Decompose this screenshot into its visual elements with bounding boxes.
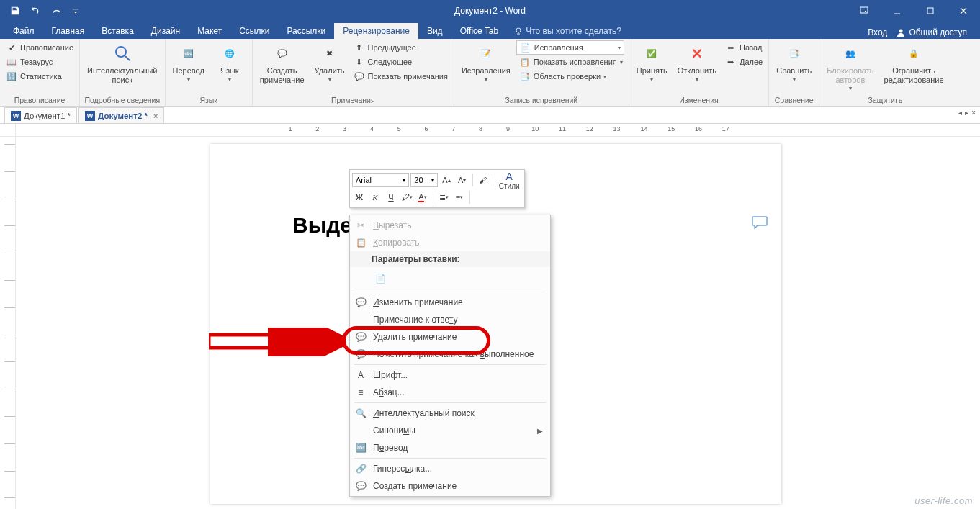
close-tab-icon[interactable]: × bbox=[153, 112, 158, 120]
ctx-edit-comment[interactable]: 💬Изменить примечание bbox=[350, 294, 550, 311]
compare-button[interactable]: 📑Сравнить▾ bbox=[772, 40, 816, 84]
customize-qat-icon[interactable] bbox=[66, 1, 85, 20]
ruler-horizontal[interactable]: 1234567891011121314151617 bbox=[0, 124, 980, 137]
ctx-mark-done[interactable]: 💬Пометить примечание как выполненное bbox=[350, 346, 550, 363]
mini-underline-button[interactable]: Ч bbox=[384, 190, 398, 204]
language-button[interactable]: 🌐 Язык▾ bbox=[210, 40, 249, 84]
mini-highlight-button[interactable]: 🖍▾ bbox=[400, 190, 414, 204]
mark-done-icon: 💬 bbox=[354, 348, 367, 361]
tell-me-search[interactable]: Что вы хотите сделать? bbox=[507, 23, 629, 39]
doctab-document2[interactable]: W Документ2 * × bbox=[78, 107, 164, 123]
ctx-delete-comment[interactable]: 💬Удалить примечание bbox=[350, 328, 550, 346]
grow-font-icon[interactable]: A▴ bbox=[439, 173, 454, 187]
delete-comment-icon: ✖ bbox=[318, 42, 341, 65]
minimize-button[interactable] bbox=[881, 0, 914, 22]
new-comment-icon: 💬 bbox=[271, 42, 294, 65]
tab-home[interactable]: Главная bbox=[43, 23, 94, 39]
mini-font-combo[interactable]: Arial▾ bbox=[352, 173, 409, 187]
thesaurus-icon: 📖 bbox=[6, 56, 17, 68]
reject-icon: ❌ bbox=[685, 42, 709, 65]
tab-mailings[interactable]: Рассылки bbox=[278, 23, 334, 39]
tab-design[interactable]: Дизайн bbox=[143, 23, 189, 39]
tab-review[interactable]: Рецензирование bbox=[334, 23, 418, 39]
tab-view[interactable]: Вид bbox=[418, 23, 451, 39]
comment-marker-icon[interactable] bbox=[752, 216, 768, 229]
ctx-hyperlink[interactable]: 🔗Гиперссылка... bbox=[350, 460, 550, 477]
maximize-button[interactable] bbox=[914, 0, 947, 22]
mini-numbering-button[interactable]: ≡▾ bbox=[452, 190, 467, 204]
tab-file[interactable]: Файл bbox=[4, 23, 43, 39]
undo-icon[interactable] bbox=[26, 1, 45, 20]
show-comments-button[interactable]: 💬Показать примечания bbox=[351, 69, 451, 84]
thesaurus-button[interactable]: 📖Тезаурус bbox=[3, 55, 76, 69]
restrict-icon: 🔒 bbox=[902, 42, 925, 65]
sign-in[interactable]: Вход bbox=[868, 27, 887, 37]
ctx-reply-comment[interactable]: Примечание к ответу bbox=[350, 311, 550, 328]
svg-rect-1 bbox=[927, 8, 933, 14]
ribbon-group-comments: 💬 Создать примечание ✖ Удалить▾ ⬆Предыду… bbox=[253, 39, 454, 106]
block-authors-button[interactable]: 👥Блокировать авторов▾ bbox=[822, 40, 878, 93]
tab-nav-left-icon[interactable]: ◂ bbox=[958, 109, 962, 117]
ctx-copy[interactable]: 📋Копировать bbox=[350, 234, 550, 251]
reject-button[interactable]: ❌Отклонить▾ bbox=[673, 40, 721, 84]
close-button[interactable] bbox=[947, 0, 980, 22]
delete-comment-button[interactable]: ✖ Удалить▾ bbox=[310, 40, 349, 84]
show-comments-icon: 💬 bbox=[354, 71, 365, 82]
new-comment-button[interactable]: 💬 Создать примечание bbox=[256, 40, 309, 86]
ctx-new-comment[interactable]: 💬Создать примечание bbox=[350, 477, 550, 495]
ruler-corner bbox=[0, 124, 16, 136]
ribbon-group-language: 🔤 Перевод▾ 🌐 Язык▾ Язык bbox=[166, 39, 253, 106]
display-for-review-combo[interactable]: 📄Исправления▾ bbox=[516, 40, 624, 55]
translate-button[interactable]: 🔤 Перевод▾ bbox=[168, 40, 209, 84]
tab-close-all-icon[interactable]: × bbox=[971, 109, 976, 117]
redo-icon[interactable] bbox=[46, 1, 65, 20]
format-painter-icon[interactable]: 🖌 bbox=[476, 173, 490, 187]
ribbon-group-tracking: 📝 Исправления▾ 📄Исправления▾ 📋Показать и… bbox=[454, 39, 629, 106]
mini-size-combo[interactable]: 20▾ bbox=[410, 173, 438, 187]
ctx-cut[interactable]: ✂Вырезать bbox=[350, 217, 550, 234]
tab-references[interactable]: Ссылки bbox=[230, 23, 278, 39]
mini-italic-button[interactable]: К bbox=[368, 190, 382, 204]
wordcount-button[interactable]: 🔢Статистика bbox=[3, 69, 76, 84]
spelling-button[interactable]: ✔Правописание bbox=[3, 40, 76, 55]
show-markup-button[interactable]: 📋Показать исправления▾ bbox=[516, 55, 626, 69]
smart-lookup-button[interactable]: Интеллектуальный поиск bbox=[83, 40, 161, 86]
save-icon[interactable] bbox=[6, 1, 24, 20]
paste-keep-source-icon[interactable]: 📄 bbox=[372, 270, 389, 287]
accept-button[interactable]: ✅Принять▾ bbox=[632, 40, 672, 84]
mini-bold-button[interactable]: Ж bbox=[352, 190, 367, 204]
doctab-document1[interactable]: W Документ1 * bbox=[4, 107, 77, 123]
mini-bullets-button[interactable]: ≣▾ bbox=[436, 190, 451, 204]
word-file-icon: W bbox=[85, 111, 95, 121]
ctx-translate[interactable]: 🔤Перевод bbox=[350, 439, 550, 456]
tab-office-tab[interactable]: Office Tab bbox=[451, 23, 508, 39]
restrict-editing-button[interactable]: 🔒Ограничить редактирование bbox=[880, 40, 948, 86]
share-button[interactable]: Общий доступ bbox=[891, 26, 971, 39]
mini-styles-button[interactable]: AСтили bbox=[496, 171, 522, 190]
next-change-button[interactable]: ➡Далее bbox=[722, 55, 765, 69]
mini-font-color-button[interactable]: A▾ bbox=[415, 190, 430, 204]
group-label-changes: Изменения bbox=[632, 95, 765, 106]
previous-change-button[interactable]: ⬅Назад bbox=[722, 40, 765, 55]
markup-icon: 📋 bbox=[519, 56, 531, 68]
person-icon bbox=[896, 27, 906, 37]
ctx-paragraph[interactable]: ≡Абзац... bbox=[350, 384, 550, 401]
hyperlink-icon: 🔗 bbox=[354, 462, 367, 475]
reviewing-pane-button[interactable]: 📑Область проверки▾ bbox=[516, 69, 626, 84]
back-icon: ⬅ bbox=[725, 42, 737, 53]
track-changes-button[interactable]: 📝 Исправления▾ bbox=[457, 40, 515, 84]
accept-icon: ✅ bbox=[640, 42, 663, 65]
ctx-smart-lookup[interactable]: 🔍Интеллектуальный поиск bbox=[350, 405, 550, 422]
shrink-font-icon[interactable]: A▾ bbox=[455, 173, 469, 187]
ruler-vertical[interactable] bbox=[0, 137, 16, 509]
ctx-font[interactable]: AШрифт... bbox=[350, 366, 550, 384]
ribbon-options-icon[interactable] bbox=[848, 0, 881, 22]
previous-comment-button[interactable]: ⬆Предыдущее bbox=[351, 40, 451, 55]
tab-layout[interactable]: Макет bbox=[189, 23, 230, 39]
next-comment-button[interactable]: ⬇Следующее bbox=[351, 55, 451, 69]
watermark: user-life.com bbox=[914, 495, 973, 506]
ribbon: ✔Правописание 📖Тезаурус 🔢Статистика Прав… bbox=[0, 39, 980, 107]
ctx-synonyms[interactable]: Синонимы▶ bbox=[350, 422, 550, 439]
tab-insert[interactable]: Вставка bbox=[93, 23, 143, 39]
tab-nav-right-icon[interactable]: ▸ bbox=[965, 109, 968, 117]
